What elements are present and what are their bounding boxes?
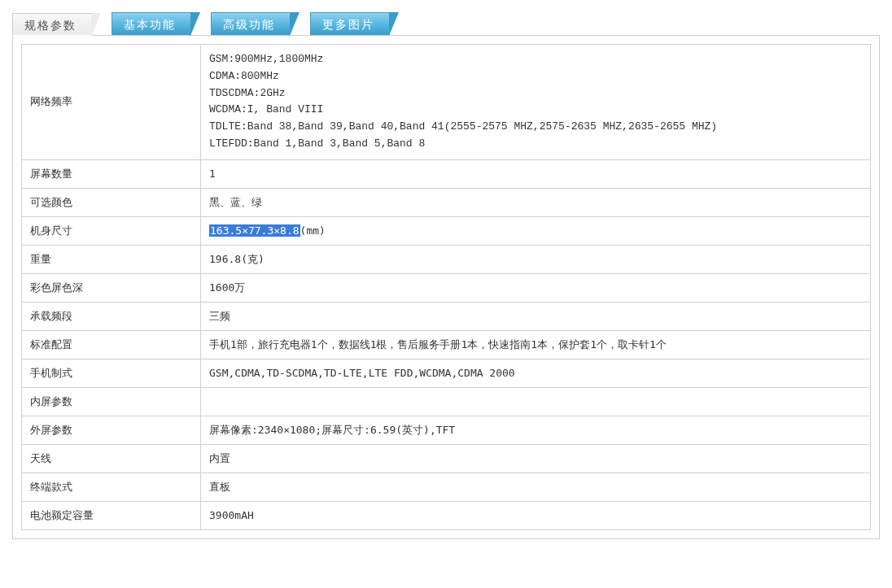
row-label-screen-count: 屏幕数量 [22, 159, 201, 188]
row-label-outer-screen: 外屏参数 [22, 416, 201, 444]
table-row: 承载频段 三频 [22, 302, 871, 330]
row-label-carrier-band: 承载频段 [22, 302, 201, 330]
row-value-battery: 3900mAH [201, 501, 871, 529]
row-value-color-depth: 1600万 [201, 273, 871, 302]
row-label-terminal-style: 终端款式 [22, 473, 201, 501]
row-label-phone-standard: 手机制式 [22, 359, 201, 387]
row-label-inner-screen: 内屏参数 [22, 387, 201, 416]
table-row: 彩色屏色深 1600万 [22, 273, 871, 302]
table-row: 重量 196.8(克) [22, 245, 871, 273]
row-label-color-depth: 彩色屏色深 [22, 273, 201, 302]
table-row: 终端款式 直板 [22, 473, 871, 501]
row-label-colors: 可选颜色 [22, 188, 201, 216]
tab-basic[interactable]: 基本功能 [112, 12, 191, 35]
row-value-weight: 196.8(克) [201, 245, 871, 273]
table-row: 电池额定容量 3900mAH [22, 501, 871, 529]
content-box: 网络频率 GSM:900MHz,1800MHz CDMA:800MHz TDSC… [12, 35, 880, 539]
table-row: 天线 内置 [22, 444, 871, 473]
row-value-screen-count: 1 [201, 159, 871, 188]
row-label-network-freq: 网络频率 [22, 45, 201, 160]
body-size-suffix: (mm) [300, 224, 326, 237]
row-value-inner-screen [201, 387, 871, 416]
row-value-body-size: 163.5×77.3×8.8(mm) [201, 216, 871, 245]
row-value-terminal-style: 直板 [201, 473, 871, 501]
page-wrapper: 规格参数 基本功能 高级功能 更多图片 网络频率 GSM:900MHz,1800… [0, 0, 892, 551]
table-row: 内屏参数 [22, 387, 871, 416]
table-row: 外屏参数 屏幕像素:2340×1080;屏幕尺寸:6.59(英寸),TFT [22, 416, 871, 444]
table-row: 网络频率 GSM:900MHz,1800MHz CDMA:800MHz TDSC… [22, 45, 871, 160]
tab-spec[interactable]: 规格参数 [12, 13, 92, 36]
row-label-weight: 重量 [22, 245, 201, 273]
table-row: 机身尺寸 163.5×77.3×8.8(mm) [22, 216, 871, 245]
row-value-standard-config: 手机1部，旅行充电器1个，数据线1根，售后服务手册1本，快速指南1本，保护套1个… [201, 330, 871, 359]
network-freq-lines: GSM:900MHz,1800MHz CDMA:800MHz TDSCDMA:2… [209, 51, 862, 153]
row-label-battery: 电池额定容量 [22, 501, 201, 529]
row-value-network-freq: GSM:900MHz,1800MHz CDMA:800MHz TDSCDMA:2… [201, 45, 871, 160]
table-row: 标准配置 手机1部，旅行充电器1个，数据线1根，售后服务手册1本，快速指南1本，… [22, 330, 871, 359]
table-row: 可选颜色 黑、蓝、绿 [22, 188, 871, 216]
table-row: 屏幕数量 1 [22, 159, 871, 188]
row-label-standard-config: 标准配置 [22, 330, 201, 359]
row-label-antenna: 天线 [22, 444, 201, 473]
row-value-phone-standard: GSM,CDMA,TD-SCDMA,TD-LTE,LTE FDD,WCDMA,C… [201, 359, 871, 387]
row-value-carrier-band: 三频 [201, 302, 871, 330]
row-value-antenna: 内置 [201, 444, 871, 473]
tab-more-images[interactable]: 更多图片 [310, 12, 390, 35]
row-value-colors: 黑、蓝、绿 [201, 188, 871, 216]
row-value-outer-screen: 屏幕像素:2340×1080;屏幕尺寸:6.59(英寸),TFT [201, 416, 871, 444]
row-label-body-size: 机身尺寸 [22, 216, 201, 245]
table-row: 手机制式 GSM,CDMA,TD-SCDMA,TD-LTE,LTE FDD,WC… [22, 359, 871, 387]
spec-table: 网络频率 GSM:900MHz,1800MHz CDMA:800MHz TDSC… [21, 44, 871, 530]
tab-advanced[interactable]: 高级功能 [211, 12, 291, 35]
body-size-highlight: 163.5×77.3×8.8 [209, 224, 300, 237]
tab-row: 规格参数 基本功能 高级功能 更多图片 [12, 12, 880, 35]
